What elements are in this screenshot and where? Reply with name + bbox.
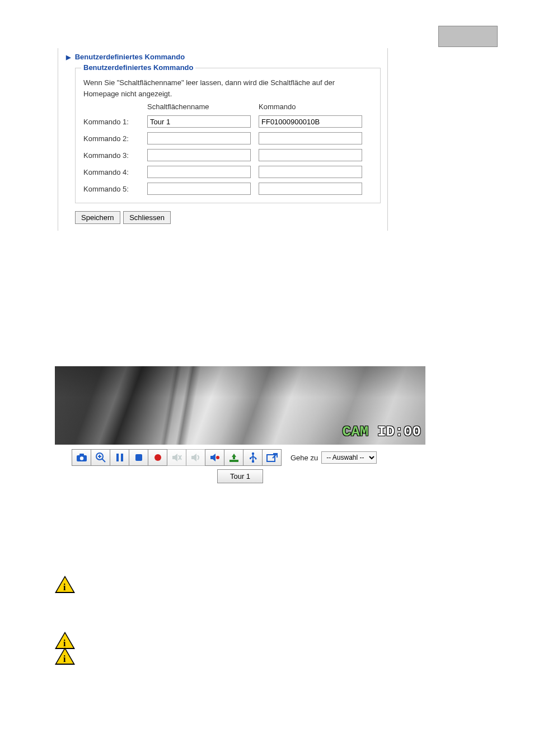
name-input-3[interactable]: [147, 149, 251, 161]
svg-rect-7: [116, 454, 119, 461]
volume-button[interactable]: [186, 449, 205, 466]
settings-panel: ▶ Benutzerdefiniertes Kommando Benutzerd…: [58, 48, 388, 231]
button-row: Speichern Schliessen: [75, 211, 387, 224]
usb-button[interactable]: [243, 449, 263, 466]
pause-button[interactable]: [110, 449, 129, 466]
svg-marker-15: [210, 454, 216, 461]
svg-marker-11: [172, 454, 177, 461]
svg-rect-1: [79, 454, 84, 456]
fieldset-description: Wenn Sie "Schaltflächenname" leer lassen…: [83, 77, 372, 99]
warning-icon: i: [55, 576, 75, 593]
goto-select[interactable]: -- Auswahl --: [321, 451, 377, 464]
name-input-4[interactable]: [147, 166, 251, 178]
svg-rect-17: [229, 460, 238, 462]
close-button[interactable]: Schliessen: [123, 211, 171, 224]
fieldset-legend: Benutzerdefiniertes Kommando: [81, 63, 195, 72]
svg-marker-14: [191, 454, 196, 461]
col-header-name: Schaltflächenname: [147, 102, 256, 111]
svg-rect-9: [135, 454, 142, 461]
osd-cam-label: CAM: [343, 423, 377, 440]
svg-rect-23: [250, 458, 251, 459]
cmd-input-2[interactable]: [259, 132, 362, 144]
name-input-5[interactable]: [147, 183, 251, 195]
svg-rect-8: [121, 454, 123, 461]
goto-label: Gehe zu: [291, 454, 318, 462]
svg-marker-18: [232, 454, 236, 459]
download-button[interactable]: [224, 449, 243, 466]
svg-point-10: [154, 454, 161, 461]
video-osd: CAM ID:00 MON.2 23.: [273, 371, 421, 445]
popout-button[interactable]: [262, 449, 282, 466]
cmd-input-3[interactable]: [259, 149, 362, 161]
zoom-in-button[interactable]: [91, 449, 110, 466]
svg-point-16: [216, 456, 219, 459]
cmd-input-4[interactable]: [259, 166, 362, 178]
stop-button[interactable]: [129, 449, 148, 466]
snapshot-button[interactable]: [72, 449, 91, 466]
custom-command-fieldset: Benutzerdefiniertes Kommando Wenn Sie "S…: [75, 68, 381, 203]
mute-button[interactable]: [167, 449, 186, 466]
svg-point-2: [79, 456, 83, 460]
osd-cam-id: ID:00: [377, 423, 421, 440]
svg-line-4: [102, 459, 105, 463]
cmd-input-5[interactable]: [259, 183, 362, 195]
svg-rect-25: [252, 460, 254, 463]
record-button[interactable]: [148, 449, 167, 466]
mic-button[interactable]: [205, 449, 224, 466]
row-label-3: Kommando 3:: [83, 151, 145, 160]
video-toolbar: Gehe zu -- Auswahl --: [55, 449, 425, 466]
liveview-section: CAM ID:00 MON.2 23.: [55, 366, 425, 483]
warning-icon-group: i i: [55, 632, 75, 663]
row-label-4: Kommando 4:: [83, 168, 145, 176]
row-label-2: Kommando 2:: [83, 134, 145, 143]
panel-title-text: Benutzerdefiniertes Kommando: [75, 53, 185, 61]
row-label-5: Kommando 5:: [83, 185, 145, 193]
page-badge: [438, 26, 498, 47]
row-label-1: Kommando 1:: [83, 118, 145, 126]
command-grid: Schaltflächenname Kommando Kommando 1: K…: [83, 102, 372, 195]
svg-rect-26: [267, 455, 275, 461]
cmd-input-1[interactable]: [259, 115, 362, 128]
col-header-cmd: Kommando: [259, 102, 368, 111]
caret-right-icon: ▶: [66, 54, 71, 60]
video-frame: CAM ID:00 MON.2 23.: [55, 366, 425, 445]
tour-1-button[interactable]: Tour 1: [217, 469, 263, 483]
save-button[interactable]: Speichern: [75, 211, 120, 224]
name-input-2[interactable]: [147, 132, 251, 144]
svg-point-24: [255, 458, 256, 459]
name-input-1[interactable]: [147, 115, 251, 128]
